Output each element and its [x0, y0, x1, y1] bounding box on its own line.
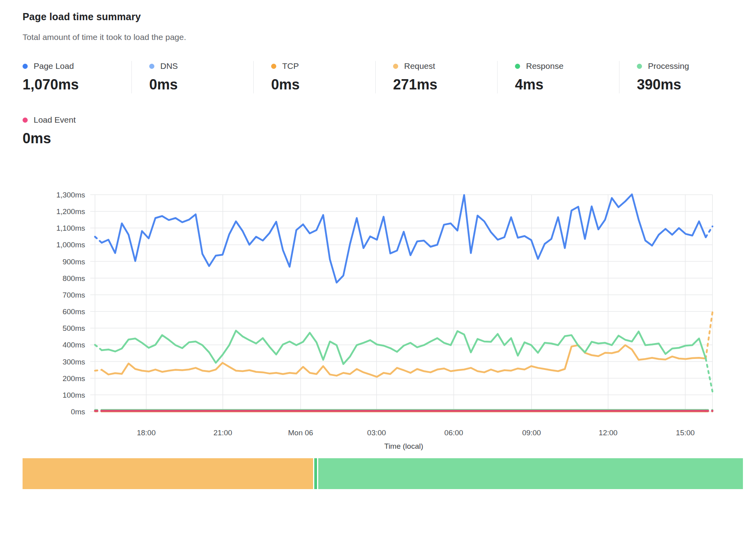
response-legend-dot-icon	[515, 64, 520, 69]
status-bar-segment-degraded-orange[interactable]	[23, 458, 313, 489]
status-bar-segment-sliver-green[interactable]	[314, 458, 317, 489]
x-axis-tick-label: 21:00	[213, 429, 232, 437]
x-axis-title: Time (local)	[384, 442, 424, 450]
y-axis-tick-label: 800ms	[63, 274, 85, 283]
y-axis-tick-label: 300ms	[63, 358, 85, 366]
page-title: Page load time summary	[23, 10, 756, 23]
metric-label-row: Load Event	[23, 115, 131, 125]
metric-name: Page Load	[34, 61, 74, 71]
metric-tcp: TCP0ms	[253, 61, 375, 93]
metric-value: 390ms	[637, 76, 741, 93]
tcp-legend-dot-icon	[271, 64, 276, 69]
metric-page-load: Page Load1,070ms	[23, 61, 131, 93]
metric-name: DNS	[160, 61, 178, 71]
metric-value: 4ms	[515, 76, 619, 93]
metric-processing: Processing390ms	[619, 61, 741, 93]
series-line-request-partial	[706, 312, 712, 359]
x-axis-tick-label: 06:00	[444, 429, 463, 437]
x-axis-tick-label: 15:00	[676, 429, 695, 437]
metric-value: 0ms	[149, 76, 253, 93]
status-bar-segment-healthy-green[interactable]	[318, 458, 743, 489]
request-legend-dot-icon	[393, 64, 398, 69]
x-axis-tick-label: 18:00	[137, 429, 156, 437]
x-axis-tick-label: 09:00	[522, 429, 541, 437]
metric-label-row: Response	[515, 61, 619, 71]
y-axis-tick-label: 1,100ms	[56, 224, 85, 232]
timeseries-chart[interactable]: 0ms100ms200ms300ms400ms500ms600ms700ms80…	[0, 147, 756, 456]
y-axis-tick-label: 1,000ms	[56, 241, 85, 249]
metric-summary-row: Page Load1,070msDNS0msTCP0msRequest271ms…	[23, 61, 756, 93]
y-axis-tick-label: 200ms	[63, 374, 85, 383]
x-axis-tick-label: Mon 06	[288, 429, 313, 437]
y-axis-tick-label: 700ms	[63, 291, 85, 299]
x-axis-tick-label: 03:00	[367, 429, 386, 437]
y-axis-tick-label: 100ms	[63, 391, 85, 399]
page-load-summary-panel: Page load time summary Total amount of t…	[0, 0, 756, 489]
metric-name: Load Event	[34, 115, 76, 125]
y-axis-tick-label: 900ms	[63, 258, 85, 266]
series-line-request-partial	[95, 370, 102, 371]
y-axis-tick-label: 1,200ms	[56, 207, 85, 216]
y-axis-tick-label: 1,300ms	[56, 191, 85, 199]
load-event-legend-dot-icon	[23, 118, 28, 123]
metric-label-row: Request	[393, 61, 497, 71]
metric-label-row: DNS	[149, 61, 253, 71]
metric-label-row: Processing	[637, 61, 741, 71]
processing-legend-dot-icon	[637, 64, 642, 69]
metric-value: 271ms	[393, 76, 497, 93]
metric-name: TCP	[282, 61, 299, 71]
metric-name: Response	[526, 61, 564, 71]
chart-canvas[interactable]: 0ms100ms200ms300ms400ms500ms600ms700ms80…	[0, 147, 756, 456]
metric-value: 0ms	[23, 130, 131, 147]
series-line-request	[102, 345, 706, 377]
metric-response: Response4ms	[497, 61, 619, 93]
metric-label-row: TCP	[271, 61, 375, 71]
panel-header: Page load time summary Total amount of t…	[23, 10, 756, 43]
series-line-page-load	[102, 194, 706, 283]
series-line-page-load-partial	[95, 237, 102, 243]
y-axis-tick-label: 500ms	[63, 324, 85, 332]
series-line-processing-partial	[706, 359, 712, 391]
metric-label-row: Page Load	[23, 61, 131, 71]
status-timeline-bar[interactable]	[23, 458, 743, 489]
metric-name: Processing	[648, 61, 689, 71]
page-load-legend-dot-icon	[23, 64, 28, 69]
metric-value: 0ms	[271, 76, 375, 93]
metric-value: 1,070ms	[23, 76, 131, 93]
metric-load-event: Load Event0ms	[23, 115, 131, 147]
dns-legend-dot-icon	[149, 64, 154, 69]
x-axis-tick-label: 12:00	[599, 429, 618, 437]
series-line-processing-partial	[95, 345, 102, 350]
page-subtitle: Total amount of time it took to load the…	[23, 32, 756, 43]
series-line-processing	[102, 331, 706, 364]
metric-summary-row-secondary: Load Event0ms	[23, 115, 756, 147]
metric-name: Request	[404, 61, 435, 71]
y-axis-tick-label: 400ms	[63, 341, 85, 349]
metric-dns: DNS0ms	[131, 61, 253, 93]
y-axis-tick-label: 600ms	[63, 307, 85, 316]
metric-request: Request271ms	[375, 61, 497, 93]
y-axis-tick-label: 0ms	[71, 408, 85, 416]
